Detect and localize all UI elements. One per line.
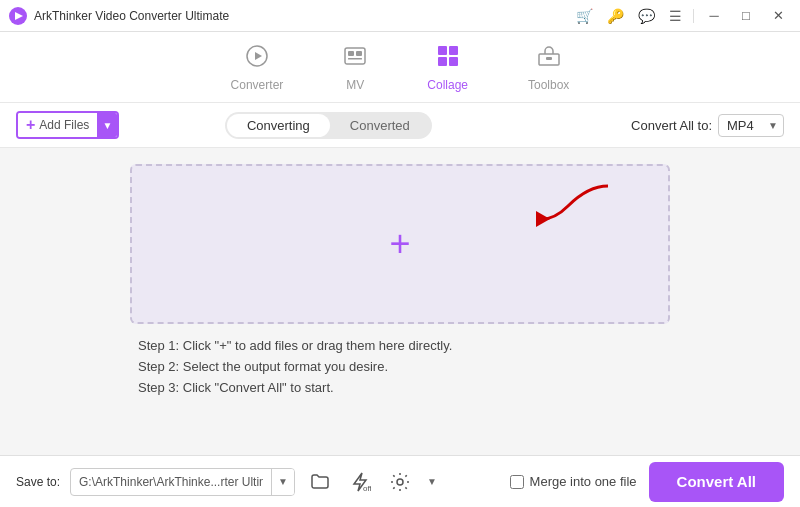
svg-rect-8 [438,46,447,55]
svg-rect-13 [546,57,552,60]
drop-zone-plus-icon: + [389,226,410,262]
tab-mv[interactable]: MV [333,40,377,96]
flash-icon-button[interactable]: off [345,467,375,497]
save-path-wrapper: ▼ [70,468,295,496]
bottom-bar: Save to: ▼ off ▼ Merge into one file Con… [0,455,800,507]
titlebar-controls: 🛒 🔑 💬 ☰ ─ □ ✕ [571,2,792,30]
collage-icon [436,44,460,74]
converter-icon [245,44,269,74]
svg-marker-3 [255,52,262,60]
svg-point-17 [397,479,403,485]
save-path-dropdown-arrow[interactable]: ▼ [271,469,294,495]
svg-rect-6 [356,51,362,56]
toolbox-icon [537,44,561,74]
convert-all-to-label: Convert All to: [631,118,712,133]
save-path-input[interactable] [71,475,271,489]
toolbar: + Add Files ▼ Converting Converted Conve… [0,103,800,148]
add-plus-icon: + [26,116,35,134]
svg-rect-4 [345,48,365,64]
mv-icon [343,44,367,74]
add-files-button[interactable]: + Add Files ▼ [16,111,119,139]
settings-icon-button[interactable] [385,467,415,497]
svg-text:off: off [363,484,371,493]
step-2: Step 2: Select the output format you des… [138,359,662,374]
svg-rect-9 [449,46,458,55]
svg-marker-14 [536,211,550,227]
svg-rect-10 [438,57,447,66]
mv-tab-label: MV [346,78,364,92]
settings-dropdown-arrow[interactable]: ▼ [427,476,437,487]
cart-icon[interactable]: 🛒 [571,6,598,26]
merge-checkbox-label[interactable]: Merge into one file [510,474,637,489]
titlebar: ArkThinker Video Converter Ultimate 🛒 🔑 … [0,0,800,32]
bottom-right: Merge into one file Convert All [510,462,784,502]
step-1: Step 1: Click "+" to add files or drag t… [138,338,662,353]
svg-rect-11 [449,57,458,66]
tab-converter[interactable]: Converter [221,40,294,96]
chat-icon[interactable]: 💬 [633,6,660,26]
save-to-label: Save to: [16,475,60,489]
folder-icon-button[interactable] [305,467,335,497]
collage-tab-label: Collage [427,78,468,92]
app-logo [8,6,28,26]
svg-rect-5 [348,51,354,56]
convert-all-to: Convert All to: MP4 AVI MOV MKV WMV FLV … [631,114,784,137]
format-select-wrapper: MP4 AVI MOV MKV WMV FLV MP3 AAC ▼ [718,114,784,137]
converter-tab-label: Converter [231,78,284,92]
add-files-main: + Add Files [18,113,97,137]
content-area: + Step 1: Click "+" to add files or drag… [0,148,800,455]
minimize-button[interactable]: ─ [700,2,728,30]
tab-converting[interactable]: Converting [227,114,330,137]
titlebar-left: ArkThinker Video Converter Ultimate [8,6,229,26]
menu-icon[interactable]: ☰ [664,6,687,26]
close-button[interactable]: ✕ [764,2,792,30]
add-files-label: Add Files [39,118,89,132]
nav-tabs: Converter MV Collage [0,32,800,103]
step-3: Step 3: Click "Convert All" to start. [138,380,662,395]
convert-all-button[interactable]: Convert All [649,462,784,502]
maximize-button[interactable]: □ [732,2,760,30]
merge-label: Merge into one file [530,474,637,489]
separator [693,9,694,23]
svg-rect-7 [348,58,362,60]
add-files-dropdown-arrow[interactable]: ▼ [97,113,117,137]
app-title: ArkThinker Video Converter Ultimate [34,9,229,23]
key-icon[interactable]: 🔑 [602,6,629,26]
red-arrow [498,181,618,245]
tab-converted[interactable]: Converted [330,114,430,137]
format-select[interactable]: MP4 AVI MOV MKV WMV FLV MP3 AAC [718,114,784,137]
main-area: + Add Files ▼ Converting Converted Conve… [0,103,800,455]
drop-zone[interactable]: + [130,164,670,324]
merge-checkbox-input[interactable] [510,475,524,489]
steps-container: Step 1: Click "+" to add files or drag t… [130,338,670,401]
tab-collage[interactable]: Collage [417,40,478,96]
status-tabs: Converting Converted [225,112,432,139]
tab-toolbox[interactable]: Toolbox [518,40,579,96]
toolbox-tab-label: Toolbox [528,78,569,92]
